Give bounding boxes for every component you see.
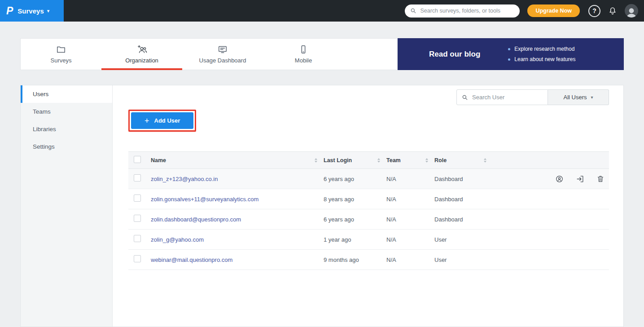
section-tabs: Surveys Organization Usage Dashboard Mob… [20,38,398,70]
search-icon [462,94,468,101]
name-cell: zolin_g@yahoo.com [151,235,324,243]
team-cell: N/A [386,176,434,182]
bullet-dot-icon [508,48,510,50]
row-checkbox[interactable] [134,194,141,202]
search-icon [410,8,416,14]
column-label: Last Login [324,157,352,164]
global-search[interactable] [405,4,520,18]
user-name-link[interactable]: webinar@mail.questionpro.com [151,256,232,263]
last-login-cell: 1 year ago [324,236,386,243]
user-avatar[interactable] [625,4,638,18]
people-add-icon [136,44,147,54]
row-checkbox-cell [128,235,151,244]
role-cell: Dashboard [434,216,493,223]
notifications-button[interactable] [606,4,619,17]
team-cell: N/A [386,216,434,223]
table-row[interactable]: zolin_g@yahoo.com 1 year ago N/A User [128,230,609,250]
sort-icon[interactable] [315,158,317,163]
add-user-label: Add User [154,117,180,124]
table-row[interactable]: zolin.dashboard@questionpro.com 6 years … [128,209,609,230]
caret-down-icon: ▾ [591,95,593,100]
blog-bullets: Explore research method Learn about new … [508,46,575,62]
switch-account-icon[interactable] [555,175,564,183]
row-checkbox-cell [128,215,151,224]
users-content: All Users ▾ + Add User Name Last Login [113,85,623,327]
sidebar-item-label: Users [33,91,48,97]
tab-surveys[interactable]: Surveys [21,39,101,70]
tab-label: Surveys [51,57,72,64]
blog-promo-panel[interactable]: Read our blog Explore research method Le… [398,38,624,70]
row-checkbox[interactable] [134,255,141,262]
role-cell: Dashboard [434,176,493,182]
column-header-last-login[interactable]: Last Login [324,157,386,164]
sort-icon[interactable] [484,158,486,163]
column-header-name[interactable]: Name [151,157,324,164]
last-login-cell: 9 months ago [324,256,386,263]
table-row[interactable]: zolin.gonsalves+11@surveyanalytics.com 8… [128,189,609,209]
sidebar-item-users[interactable]: Users [21,85,112,103]
upgrade-now-button[interactable]: Upgrade Now [527,4,580,17]
blog-bullet-item: Explore research method [508,46,575,52]
team-cell: N/A [386,236,434,243]
tab-label: Usage Dashboard [199,57,246,64]
row-checkbox-cell [128,255,151,264]
questionpro-logo: P [6,5,13,17]
organization-panel: Users Teams Libraries Settings All Users… [20,85,624,327]
login-as-user-icon[interactable] [576,175,584,183]
sidebar-item-teams[interactable]: Teams [21,103,112,120]
table-header-row: Name Last Login Team Role [128,151,609,169]
tab-label: Mobile [295,57,312,64]
tab-label: Organization [125,57,158,64]
column-header-team[interactable]: Team [386,157,434,164]
role-cell: User [434,236,493,243]
select-all-checkbox[interactable] [134,156,141,163]
global-search-input[interactable] [420,8,514,14]
column-label: Team [386,157,401,164]
bullet-dot-icon [508,58,510,61]
role-cell: Dashboard [434,196,493,203]
user-name-link[interactable]: zolin_z+123@yahoo.co.in [151,176,218,182]
add-user-button[interactable]: + Add User [131,112,193,129]
row-checkbox[interactable] [134,174,141,181]
blog-bullet-text: Explore research method [514,46,574,52]
sidebar-item-label: Settings [33,143,55,150]
monitor-icon [218,44,228,54]
product-switcher[interactable]: P Surveys ▾ [0,0,64,22]
name-cell: zolin_z+123@yahoo.co.in [151,175,324,183]
tab-mobile[interactable]: Mobile [263,39,344,70]
row-checkbox[interactable] [134,215,141,222]
row-checkbox-cell [128,174,151,183]
help-button[interactable]: ? [588,5,600,17]
name-cell: webinar@mail.questionpro.com [151,256,324,264]
row-checkbox[interactable] [134,235,141,242]
table-row[interactable]: webinar@mail.questionpro.com 9 months ag… [128,250,609,270]
product-name: Surveys [18,7,44,15]
table-row[interactable]: zolin_z+123@yahoo.co.in 6 years ago N/A … [128,169,609,189]
sort-icon[interactable] [425,158,428,163]
user-name-link[interactable]: zolin.dashboard@questionpro.com [151,216,241,223]
last-login-cell: 6 years ago [324,216,386,223]
search-user-field[interactable] [456,89,548,105]
column-label: Role [434,157,447,164]
search-user-input[interactable] [472,94,551,101]
section-tab-strip: Surveys Organization Usage Dashboard Mob… [20,38,624,70]
user-name-link[interactable]: zolin_g@yahoo.com [151,236,204,243]
organization-sidebar: Users Teams Libraries Settings [21,85,113,327]
topbar: P Surveys ▾ Upgrade Now ? [0,0,644,22]
annotation-highlight-box: + Add User [128,110,196,132]
column-header-role[interactable]: Role [434,157,493,164]
user-name-link[interactable]: zolin.gonsalves+11@surveyanalytics.com [151,196,258,203]
user-filter-dropdown[interactable]: All Users ▾ [548,89,609,105]
sidebar-item-libraries[interactable]: Libraries [21,120,112,138]
blog-bullet-item: Learn about new features [508,56,575,62]
delete-icon[interactable] [596,175,605,183]
tab-usage-dashboard[interactable]: Usage Dashboard [182,39,263,70]
team-cell: N/A [386,196,434,203]
name-cell: zolin.dashboard@questionpro.com [151,215,324,223]
sort-icon[interactable] [377,158,380,163]
header-checkbox-cell [128,156,151,164]
bell-icon [608,6,617,15]
tab-organization[interactable]: Organization [101,39,182,70]
last-login-cell: 8 years ago [324,196,386,203]
sidebar-item-settings[interactable]: Settings [21,138,112,155]
